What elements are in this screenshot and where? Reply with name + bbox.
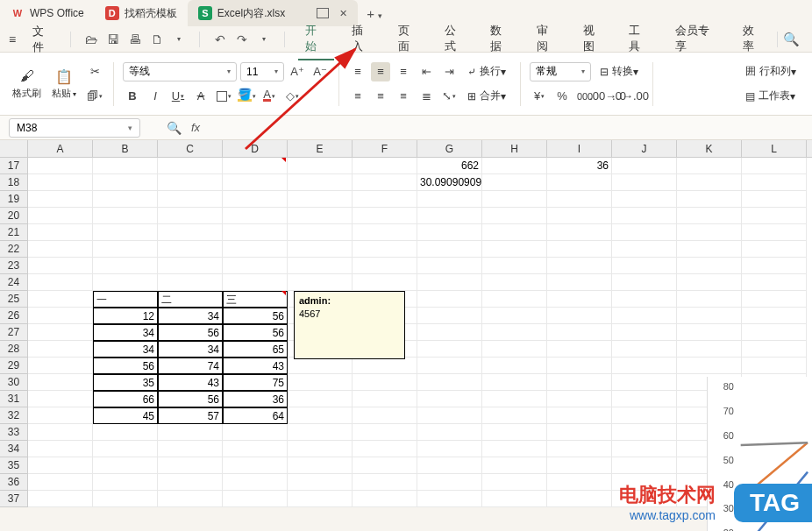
- number-format-combo[interactable]: 常规▾: [530, 62, 591, 81]
- orientation-icon[interactable]: ⤡▾: [439, 87, 459, 106]
- decrease-font-icon[interactable]: A⁻: [310, 62, 330, 81]
- cell[interactable]: [547, 258, 612, 274]
- cell[interactable]: [158, 424, 223, 441]
- cell[interactable]: [417, 274, 482, 291]
- row-header[interactable]: 31: [0, 391, 28, 407]
- cell[interactable]: [223, 191, 288, 208]
- cell[interactable]: [223, 274, 288, 291]
- cell[interactable]: [677, 224, 742, 241]
- cell[interactable]: [547, 208, 612, 224]
- cell[interactable]: [93, 474, 158, 491]
- cell[interactable]: [28, 474, 93, 491]
- column-header[interactable]: J: [612, 140, 677, 157]
- cell[interactable]: [612, 274, 677, 291]
- cell[interactable]: 45: [93, 407, 158, 424]
- cell[interactable]: [223, 424, 288, 441]
- cell[interactable]: [482, 474, 547, 491]
- cell[interactable]: [417, 224, 482, 241]
- select-all-corner[interactable]: [0, 140, 28, 157]
- percent-icon[interactable]: %: [552, 87, 572, 106]
- cell[interactable]: [288, 358, 353, 374]
- cell[interactable]: [28, 491, 93, 507]
- cell[interactable]: [353, 374, 417, 391]
- cell[interactable]: [482, 291, 547, 308]
- cell[interactable]: [417, 308, 482, 324]
- cell[interactable]: [612, 208, 677, 224]
- cell[interactable]: [288, 491, 353, 507]
- cell[interactable]: [417, 258, 482, 274]
- menu-tab-2[interactable]: 页面: [391, 18, 427, 60]
- search-icon[interactable]: 🔍: [783, 32, 800, 47]
- align-left-icon[interactable]: ≡: [348, 87, 367, 106]
- cell[interactable]: 34: [93, 324, 158, 341]
- cell[interactable]: [482, 191, 547, 208]
- cell[interactable]: [28, 324, 93, 341]
- cell[interactable]: 12: [93, 308, 158, 324]
- cell[interactable]: [482, 208, 547, 224]
- cell[interactable]: [742, 274, 807, 291]
- cell[interactable]: [288, 191, 353, 208]
- cell[interactable]: [742, 358, 807, 374]
- cell[interactable]: [742, 341, 807, 358]
- file-menu[interactable]: 文件: [29, 24, 58, 55]
- row-header[interactable]: 17: [0, 158, 28, 174]
- row-header[interactable]: 19: [0, 191, 28, 208]
- app-tab-wps[interactable]: W WPS Office: [0, 0, 95, 26]
- cell[interactable]: [612, 174, 677, 191]
- column-header[interactable]: A: [28, 140, 93, 157]
- cell[interactable]: [547, 324, 612, 341]
- cell[interactable]: [547, 191, 612, 208]
- row-header[interactable]: 28: [0, 341, 28, 358]
- cell[interactable]: [353, 391, 417, 407]
- cell[interactable]: 57: [158, 407, 223, 424]
- cell[interactable]: [742, 191, 807, 208]
- cell[interactable]: [482, 274, 547, 291]
- fx-label[interactable]: fx: [191, 121, 200, 134]
- cell[interactable]: [742, 324, 807, 341]
- cell[interactable]: [353, 174, 417, 191]
- cell[interactable]: [223, 457, 288, 474]
- cell[interactable]: [547, 174, 612, 191]
- cell[interactable]: [28, 407, 93, 424]
- cell[interactable]: 35: [93, 374, 158, 391]
- cell-comment[interactable]: admin: 4567: [294, 291, 405, 359]
- print-preview-icon[interactable]: 🗋: [150, 32, 165, 47]
- increase-decimal-icon[interactable]: .0→.00: [621, 87, 640, 106]
- cell[interactable]: [742, 291, 807, 308]
- cell[interactable]: 56: [158, 391, 223, 407]
- column-header[interactable]: F: [353, 140, 417, 157]
- cell[interactable]: [417, 474, 482, 491]
- cell[interactable]: [353, 191, 417, 208]
- cell[interactable]: [223, 491, 288, 507]
- undo-icon[interactable]: ↶: [212, 32, 227, 47]
- cell[interactable]: [158, 258, 223, 274]
- menu-tab-1[interactable]: 插入: [345, 18, 381, 60]
- app-tab-template[interactable]: D 找稻壳模板: [95, 0, 188, 26]
- cell[interactable]: 43: [158, 374, 223, 391]
- menu-tab-4[interactable]: 数据: [483, 18, 519, 60]
- cell[interactable]: [742, 158, 807, 174]
- cell[interactable]: [417, 424, 482, 441]
- cell[interactable]: [93, 174, 158, 191]
- clear-format-button[interactable]: ◇▾: [282, 87, 302, 106]
- cell[interactable]: [417, 324, 482, 341]
- cell[interactable]: [28, 258, 93, 274]
- cell[interactable]: [417, 407, 482, 424]
- cell[interactable]: 34: [158, 308, 223, 324]
- strikethrough-button[interactable]: A: [191, 87, 210, 106]
- cell[interactable]: [612, 457, 677, 474]
- cell[interactable]: [482, 424, 547, 441]
- cell[interactable]: [353, 407, 417, 424]
- cell[interactable]: [482, 174, 547, 191]
- increase-font-icon[interactable]: A⁺: [288, 62, 307, 81]
- paste-button[interactable]: 📋 粘贴▾: [46, 67, 82, 100]
- cell[interactable]: [28, 374, 93, 391]
- cell[interactable]: [28, 174, 93, 191]
- cell[interactable]: [353, 208, 417, 224]
- cell[interactable]: 56: [93, 358, 158, 374]
- cell[interactable]: [612, 158, 677, 174]
- cell[interactable]: [353, 441, 417, 457]
- history-dropdown-icon[interactable]: ▾: [256, 32, 271, 47]
- cell[interactable]: 66: [93, 391, 158, 407]
- cell[interactable]: [417, 391, 482, 407]
